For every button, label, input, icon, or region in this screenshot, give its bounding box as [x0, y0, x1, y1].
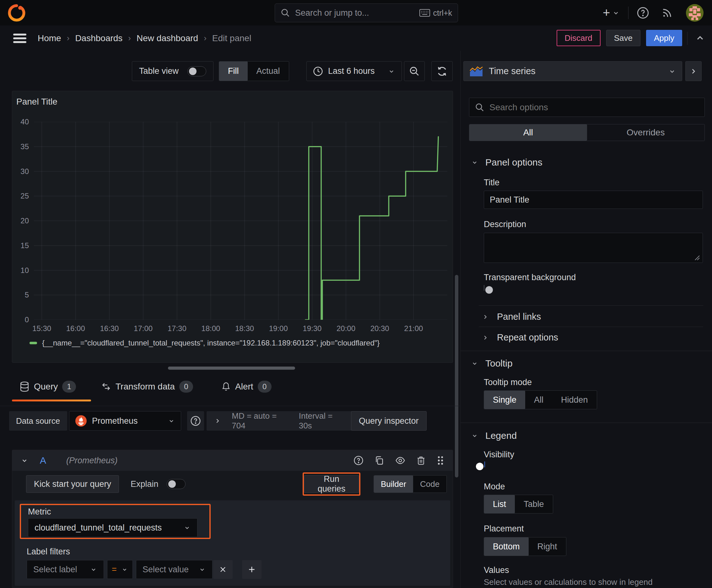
explain-toggle[interactable]: [167, 479, 186, 489]
add-filter-button[interactable]: [242, 560, 261, 579]
time-range-picker[interactable]: Last 6 hours: [306, 61, 402, 81]
chevron-right-icon: [689, 67, 697, 76]
eye-icon[interactable]: [395, 456, 406, 465]
tab-all[interactable]: All: [469, 124, 587, 141]
x-tick: 16:00: [62, 324, 90, 333]
tab-transform-data[interactable]: Transform data0: [101, 381, 193, 393]
y-tick: 15: [20, 241, 29, 250]
legend-section[interactable]: Legend: [471, 430, 517, 441]
repeat-options-section[interactable]: Repeat options: [482, 332, 558, 343]
news-rss-icon[interactable]: [661, 7, 673, 19]
operator-dropdown[interactable]: =: [107, 560, 133, 579]
query-help-icon[interactable]: [353, 456, 364, 465]
placement-bottom-option[interactable]: Bottom: [484, 538, 528, 555]
expand-viz-button[interactable]: [685, 61, 702, 81]
options-tabs: All Overrides: [469, 124, 705, 141]
datasource-help-button[interactable]: [187, 411, 204, 430]
metric-select[interactable]: cloudflared_tunnel_total_requests: [28, 518, 197, 537]
tab-alert[interactable]: Alert0: [221, 381, 272, 393]
legend-visibility-toggle[interactable]: [484, 461, 485, 467]
horizontal-scrollbar[interactable]: [168, 366, 295, 370]
resize-handle-icon[interactable]: [693, 254, 700, 261]
select-value-dropdown[interactable]: Select value: [136, 560, 213, 579]
fill-option[interactable]: Fill: [219, 62, 248, 81]
tooltip-all-option[interactable]: All: [525, 391, 552, 409]
remove-filter-button[interactable]: [213, 560, 233, 579]
legend-swatch: [29, 342, 37, 344]
refresh-icon: [437, 66, 447, 77]
legend-series-name: {__name__="cloudflared_tunnel_total_requ…: [42, 339, 380, 348]
time-series-chart[interactable]: [34, 122, 447, 320]
menu-hamburger-icon[interactable]: [13, 33, 26, 44]
datasource-picker[interactable]: Prometheus: [69, 411, 181, 430]
panel-links-section[interactable]: Panel links: [482, 312, 541, 322]
chevron-down-icon: [121, 566, 128, 573]
run-queries-highlight: Run queries: [303, 472, 360, 496]
user-avatar[interactable]: [686, 4, 704, 22]
chevron-down-icon: [471, 360, 478, 367]
chevron-down-icon[interactable]: [20, 456, 28, 465]
tooltip-hidden-option[interactable]: Hidden: [552, 391, 597, 409]
x-tick: 21:00: [399, 324, 428, 333]
zoom-out-button[interactable]: [404, 61, 425, 81]
global-search[interactable]: ctrl+k: [275, 3, 458, 22]
legend-placement-segmented: Bottom Right: [484, 537, 566, 556]
drag-handle-icon[interactable]: [436, 455, 445, 466]
placement-right-option[interactable]: Right: [528, 538, 566, 555]
builder-option[interactable]: Builder: [374, 476, 413, 492]
refresh-button[interactable]: [431, 61, 453, 81]
global-search-input[interactable]: [295, 8, 415, 18]
section-divider: [460, 422, 712, 423]
x-tick: 18:00: [196, 324, 225, 333]
run-queries-button[interactable]: Run queries: [304, 475, 359, 493]
chevron-down-icon[interactable]: [612, 9, 620, 17]
chevron-down-icon: [668, 67, 676, 76]
vertical-scrollbar[interactable]: [455, 275, 458, 478]
tab-overrides[interactable]: Overrides: [587, 124, 705, 141]
trash-icon[interactable]: [416, 456, 426, 465]
chart-legend[interactable]: {__name__="cloudflared_tunnel_total_requ…: [29, 339, 380, 348]
tab-query[interactable]: Query1: [19, 381, 76, 393]
tooltip-single-option[interactable]: Single: [484, 391, 525, 409]
legend-table-option[interactable]: Table: [515, 495, 553, 513]
select-label-dropdown[interactable]: Select label: [27, 560, 104, 579]
options-search[interactable]: [469, 98, 705, 117]
breadcrumb-dashboards[interactable]: Dashboards: [75, 33, 123, 43]
breadcrumb-separator: ›: [128, 33, 131, 43]
chevron-right-icon[interactable]: [214, 417, 221, 425]
options-search-input[interactable]: [490, 102, 699, 112]
x-tick: 15:30: [28, 324, 56, 333]
collapse-pane-icon[interactable]: [694, 33, 706, 43]
visualization-picker[interactable]: Time series: [463, 61, 682, 81]
time-range-label: Last 6 hours: [328, 66, 375, 76]
grafana-logo-icon[interactable]: [7, 4, 26, 22]
x-tick: 17:00: [129, 324, 157, 333]
help-icon[interactable]: [637, 6, 649, 19]
kick-start-query-button[interactable]: Kick start your query: [26, 475, 119, 493]
close-icon: [219, 566, 226, 573]
legend-visibility-label: Visibility: [484, 450, 514, 460]
add-icon[interactable]: +: [603, 6, 610, 20]
breadcrumb-home[interactable]: Home: [38, 33, 61, 43]
duplicate-icon[interactable]: [374, 456, 384, 465]
panel-options-section[interactable]: Panel options: [471, 157, 542, 168]
description-textarea[interactable]: [484, 233, 703, 263]
save-button[interactable]: Save: [606, 30, 641, 46]
code-option[interactable]: Code: [413, 476, 447, 492]
prometheus-icon: [75, 415, 87, 427]
apply-button[interactable]: Apply: [646, 30, 682, 46]
visualization-name: Time series: [489, 66, 536, 76]
actual-option[interactable]: Actual: [248, 62, 289, 81]
tooltip-section[interactable]: Tooltip: [471, 358, 513, 369]
discard-button[interactable]: Discard: [557, 30, 601, 46]
table-view-toggle[interactable]: [188, 66, 206, 76]
legend-list-option[interactable]: List: [484, 495, 515, 513]
transform-icon: [101, 382, 111, 392]
x-tick: 20:00: [332, 324, 360, 333]
transparent-background-toggle[interactable]: [484, 285, 484, 291]
breadcrumb-new-dashboard[interactable]: New dashboard: [136, 33, 198, 43]
query-row-header[interactable]: A (Prometheus): [12, 450, 453, 471]
panel-title-input[interactable]: [484, 191, 703, 209]
edit-actions: Discard Save Apply: [557, 30, 682, 46]
query-inspector-button[interactable]: Query inspector: [351, 411, 427, 430]
